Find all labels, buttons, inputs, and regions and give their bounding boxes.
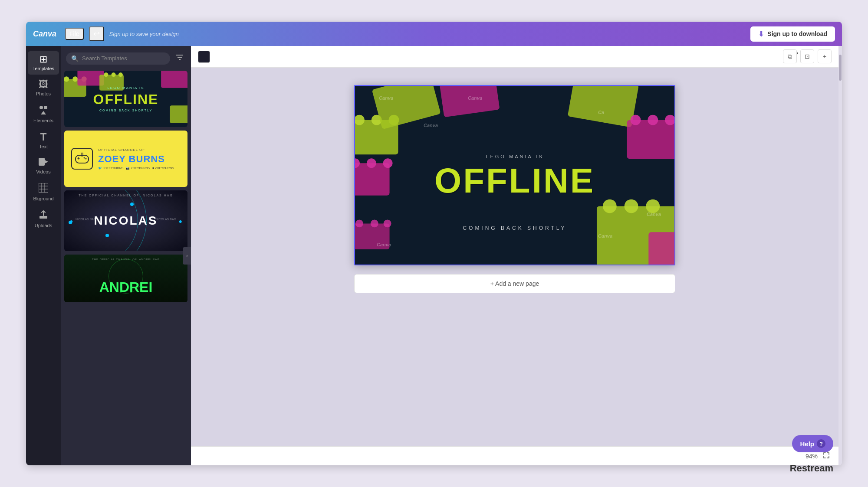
logo[interactable]: Canva [33,29,56,39]
svg-point-34 [84,157,85,159]
help-button[interactable]: Help ? [792,435,833,452]
design-canvas[interactable]: Canva Canva Canva Ca Canva Canva Canva C… [354,85,675,265]
lego-subtitle: LEGO MANIA IS [93,86,159,90]
elements-icon [39,105,48,116]
sidebar-label-elements: Elements [33,118,53,123]
sidebar-item-uploads[interactable]: Uploads [28,206,59,232]
svg-point-35 [85,158,87,160]
svg-point-0 [39,106,43,109]
svg-rect-47 [355,163,390,196]
logo-text: Canva [33,29,56,39]
sidebar-label-templates: Templates [33,66,54,71]
help-label: Help [800,440,814,448]
status-bar: 94% [191,446,838,465]
undo-button[interactable]: ↩ [89,26,104,41]
template-search-bar: 🔍 [61,46,191,71]
svg-point-66 [625,199,638,213]
zoey-social-1: 🐦 JOEEYBURNS [98,167,123,170]
template-card-nicolas[interactable]: THE OFFICIAL CHANNEL OF: NICOLAS HAG ● ●… [64,190,187,251]
template-list: LEGO MANIA IS OFFLINE COMING BACK SHORTL… [61,71,191,465]
sidebar-label-photos: Photos [36,91,51,96]
app-container: Canva File ↩ Sign up to save your design… [26,22,842,465]
canva-watermark-5: Canva [377,242,391,247]
svg-rect-52 [439,86,500,117]
canva-watermark-4: Ca [598,110,604,115]
svg-rect-60 [627,120,674,159]
andrei-official-text: THE OFFICIAL CHANNEL OF: ANDREI RAG [92,258,160,261]
search-wrapper: 🔍 [66,52,170,65]
canvas-coming-back: COMING BACK SHORTLY [463,225,566,231]
canvas-viewport[interactable]: ⧉ ⊡ + [191,68,838,446]
svg-point-65 [603,199,617,213]
color-swatch[interactable] [198,51,210,63]
svg-point-72 [384,219,391,227]
sign-up-download-button[interactable]: ⬇ Sign up to download [750,26,835,42]
svg-marker-4 [45,160,48,163]
restream-label: Restream [790,463,833,474]
scroll-thumb [839,55,842,81]
template-card-lego[interactable]: LEGO MANIA IS OFFLINE COMING BACK SHORTL… [64,71,187,127]
sidebar-label-text: Text [39,144,48,149]
sidebar-item-text[interactable]: T Text [28,128,59,153]
canvas-toolbar [191,46,838,68]
zoey-social-2: 📷 ZOEYBURNS [126,167,150,170]
add-page-label: + Add a new page [490,280,539,287]
right-scrollbar[interactable] [838,46,842,465]
download-icon: ⬇ [758,30,764,38]
nicolas-dot-1 [130,203,134,206]
canva-watermark-7: Canva [647,212,661,217]
svg-point-16 [72,76,78,82]
svg-rect-30 [170,105,187,123]
collapse-arrow: ‹ [186,253,188,259]
canvas-area: ⧉ ⊡ + [191,46,838,465]
zoom-level: 94% [806,453,818,460]
svg-rect-68 [648,232,674,265]
search-input[interactable] [82,55,165,62]
help-icon: ? [817,439,825,448]
add-page-button[interactable]: + Add a new page [354,274,675,293]
zoey-official-label: OFFICIAL CHANNEL OF [98,148,181,152]
zoey-controller-icon [71,148,93,170]
file-menu-button[interactable]: File [65,28,84,40]
photos-icon: 🖼 [39,80,48,89]
svg-rect-1 [44,106,47,109]
uploads-icon [39,210,48,221]
sidebar-item-background[interactable]: Bkground [28,180,59,205]
svg-point-70 [355,219,363,227]
canvas-subtitle: LEGO MANIA IS [486,154,543,159]
main-content: ⊞ Templates 🖼 Photos Elements T [26,46,842,465]
svg-point-23 [104,72,108,77]
sidebar-item-templates[interactable]: ⊞ Templates [28,51,59,75]
svg-rect-26 [161,71,187,88]
restream-badge: Restream [790,463,833,474]
canvas-main-title: OFFLINE [434,161,595,201]
nicolas-dot-3 [105,234,109,237]
background-icon [39,183,48,194]
nicolas-left-label: NICOLAS.BAG [76,218,96,221]
canva-watermark-3: Canva [424,123,438,128]
sidebar-item-photos[interactable]: 🖼 Photos [28,76,59,100]
sign-btn-label: Sign up to download [767,30,827,37]
sidebar-item-videos[interactable]: Videos [28,154,59,178]
zoey-name: ZOEY BURNS [98,154,181,165]
svg-rect-3 [39,158,45,166]
lego-coming-back: COMING BACK SHORTLY [93,109,159,112]
svg-point-49 [367,158,376,168]
svg-point-50 [383,158,393,168]
zoey-social-3: ■ ZOEYBURNS [152,167,174,170]
svg-point-62 [648,115,658,125]
sidebar-item-elements[interactable]: Elements [28,101,59,127]
videos-icon [39,158,48,167]
svg-point-25 [118,72,123,77]
sidebar: ⊞ Templates 🖼 Photos Elements T [26,46,61,465]
template-panel: 🔍 [61,46,191,465]
svg-point-61 [631,115,641,125]
filter-button[interactable] [174,51,186,65]
svg-point-67 [646,199,660,213]
template-lego-content: LEGO MANIA IS OFFLINE COMING BACK SHORTL… [93,86,159,112]
template-card-andrei[interactable]: THE OFFICIAL CHANNEL OF: ANDREI RAG ANDR… [64,255,187,302]
sidebar-label-uploads: Uploads [35,223,52,228]
andrei-name: ANDREI [99,279,153,295]
panel-collapse-handle[interactable]: ‹ [183,247,191,265]
template-card-zoey[interactable]: OFFICIAL CHANNEL OF ZOEY BURNS 🐦 JOEEYBU… [64,131,187,187]
